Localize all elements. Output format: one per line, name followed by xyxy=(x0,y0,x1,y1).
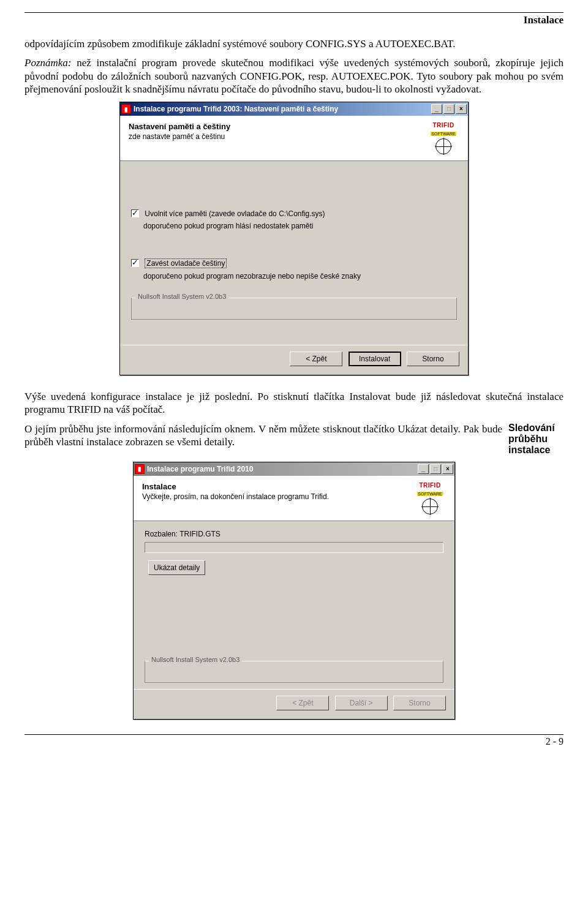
checkbox-row-czech: Zavést ovladače češtiny xyxy=(131,258,457,268)
brand-name: TRIFID xyxy=(428,122,459,129)
nullsoft-legend: Nullsoft Install System v2.0b3 xyxy=(149,656,242,663)
progress-status: Rozbalen: TRIFID.GTS xyxy=(145,530,443,538)
paragraph-2: Poznámka: než instalační program provede… xyxy=(24,56,564,96)
cancel-button: Storno xyxy=(393,696,446,710)
czech-note: doporučeno pokud program nezobrazuje neb… xyxy=(143,272,457,280)
brand-sub: SOFTWARE xyxy=(431,132,456,136)
minimize-button[interactable]: _ xyxy=(418,464,429,474)
minimize-button[interactable]: _ xyxy=(431,104,442,114)
brand-logo: TRIFID SOFTWARE xyxy=(414,482,446,514)
header-rule xyxy=(24,12,564,13)
installer-dialog-progress: ▮ Instalace programu Trifid 2010 _ □ × I… xyxy=(133,462,455,720)
installer-dialog-settings: ▮ Instalace programu Trifid 2003: Nastav… xyxy=(119,102,469,375)
paragraph-1: odpovídajícím způsobem zmodifikuje zákla… xyxy=(24,37,564,50)
header-section: Instalace xyxy=(24,14,564,26)
margin-label-1: Sledování xyxy=(508,423,564,434)
dialog-button-row: < Zpět Další > Storno xyxy=(134,689,454,719)
checkbox-row-memory: Uvolnit více paměti (zavede ovladače do … xyxy=(131,209,457,218)
nullsoft-groupbox: Nullsoft Install System v2.0b3 xyxy=(145,661,443,683)
dialog-subheading: Vyčkejte, prosím, na dokončení instalace… xyxy=(142,492,414,501)
window-title: Instalace programu Trifid 2003: Nastaven… xyxy=(134,105,431,113)
dialog-heading: Nastavení paměti a češtiny xyxy=(129,122,428,131)
target-icon xyxy=(435,138,451,154)
brand-logo: TRIFID SOFTWARE xyxy=(428,122,459,154)
margin-label-2: průběhu xyxy=(508,434,564,445)
dialog-button-row: < Zpět Instalovat Storno xyxy=(120,345,468,375)
back-button: < Zpět xyxy=(276,696,329,710)
app-icon: ▮ xyxy=(121,104,131,114)
nullsoft-legend: Nullsoft Install System v2.0b3 xyxy=(135,293,228,300)
checkbox-memory[interactable] xyxy=(131,209,139,217)
checkbox-memory-label: Uvolnit více paměti (zavede ovladače do … xyxy=(145,209,325,218)
close-button[interactable]: × xyxy=(442,464,453,474)
maximize-button: □ xyxy=(430,464,441,474)
target-icon xyxy=(422,498,438,514)
margin-label-3: instalace xyxy=(508,445,564,456)
brand-name: TRIFID xyxy=(414,482,446,489)
paragraph-4: O jejím průběhu jste informování následu… xyxy=(24,423,502,449)
maximize-button: □ xyxy=(443,104,454,114)
paragraph-3: Výše uvedená konfigurace instalace je ji… xyxy=(24,390,564,416)
memory-note: doporučeno pokud program hlásí nedostate… xyxy=(143,222,457,230)
dialog-heading: Instalace xyxy=(142,482,414,491)
checkbox-czech-label: Zavést ovladače češtiny xyxy=(145,258,227,268)
back-button[interactable]: < Zpět xyxy=(290,352,342,366)
nullsoft-groupbox: Nullsoft Install System v2.0b3 xyxy=(131,298,457,320)
note-lead: Poznámka: xyxy=(24,57,71,69)
margin-label: Sledování průběhu instalace xyxy=(508,423,564,456)
titlebar[interactable]: ▮ Instalace programu Trifid 2010 _ □ × xyxy=(134,462,454,476)
checkbox-czech[interactable] xyxy=(131,259,139,267)
page-number: 2 - 9 xyxy=(24,735,564,747)
dialog-header: Nastavení paměti a češtiny zde nastavte … xyxy=(120,116,468,161)
app-icon: ▮ xyxy=(135,464,145,474)
progress-bar xyxy=(145,542,443,553)
dialog-body: Uvolnit více paměti (zavede ovladače do … xyxy=(120,161,468,345)
close-button[interactable]: × xyxy=(456,104,467,114)
cancel-button[interactable]: Storno xyxy=(407,352,459,366)
dialog-body: Rozbalen: TRIFID.GTS Ukázat detaily Null… xyxy=(134,521,454,689)
note-rest: než instalační program provede skutečnou… xyxy=(24,57,564,95)
show-details-button[interactable]: Ukázat detaily xyxy=(148,560,205,575)
window-title: Instalace programu Trifid 2010 xyxy=(147,465,418,473)
install-button[interactable]: Instalovat xyxy=(349,352,401,366)
brand-sub: SOFTWARE xyxy=(417,492,442,496)
dialog-header: Instalace Vyčkejte, prosím, na dokončení… xyxy=(134,476,454,521)
titlebar[interactable]: ▮ Instalace programu Trifid 2003: Nastav… xyxy=(120,102,468,116)
dialog-subheading: zde nastavte paměť a češtinu xyxy=(129,132,428,141)
next-button: Další > xyxy=(335,696,388,710)
